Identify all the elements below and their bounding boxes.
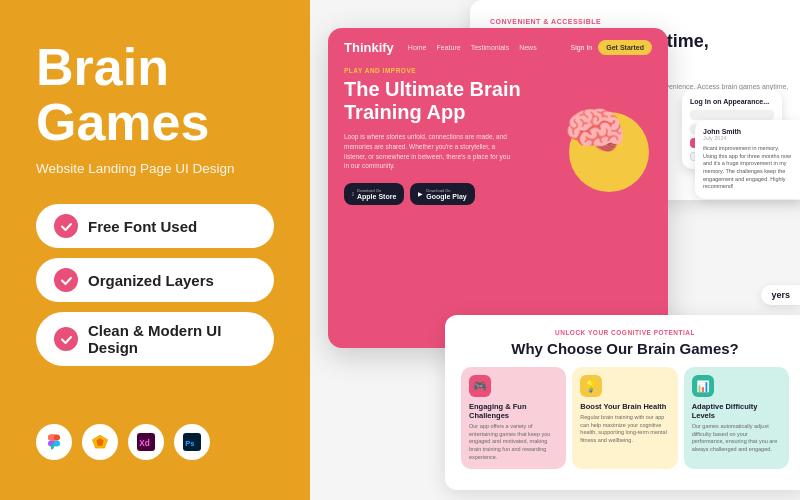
apple-store-button[interactable]:  Download On Apple Store [344, 183, 404, 205]
hero-title: The Ultimate Brain Training App [344, 78, 524, 124]
layers-label: yers [761, 285, 800, 305]
nav-link-testimonials: Testimonials [471, 44, 510, 51]
boost-desc: Regular brain training with our app can … [580, 414, 669, 445]
nav-link-feature: Feature [437, 44, 461, 51]
bcd-cards: 🎮 Engaging & Fun Challenges Our app offe… [461, 367, 789, 469]
feature-item-organized-layers: Organized Layers [36, 258, 274, 302]
google-play-label: Download On Google Play [426, 188, 466, 200]
feature-label-clean-ui: Clean & Modern UI Design [88, 322, 256, 356]
nav-cta-button[interactable]: Get Started [598, 40, 652, 55]
engaging-desc: Our app offers a variety of entertaining… [469, 423, 558, 461]
photoshop-icon: Ps [174, 424, 210, 460]
bcd-card-engaging: 🎮 Engaging & Fun Challenges Our app offe… [461, 367, 566, 469]
svg-text:Ps: Ps [185, 439, 194, 448]
apple-icon:  [352, 191, 354, 197]
tool-icons: Xd Ps [36, 424, 274, 460]
engaging-icon: 🎮 [469, 375, 491, 397]
reviewer-name: John Smith [703, 128, 792, 135]
login-email-field [690, 110, 774, 120]
feature-item-clean-ui: Clean & Modern UI Design [36, 312, 274, 366]
review-text: ificant improvement in memory. Using thi… [703, 145, 792, 191]
feature-item-free-font: Free Font Used [36, 204, 274, 248]
google-play-button[interactable]: ▶ Download On Google Play [410, 183, 474, 205]
bcd-card-adaptive: 📊 Adaptive Difficulty Levels Our games a… [684, 367, 789, 469]
adaptive-desc: Our games automatically adjust difficult… [692, 423, 781, 454]
review-card: John Smith July 2024 ificant improvement… [695, 120, 800, 199]
check-icon-organized-layers [54, 268, 78, 292]
nav-actions: Sign In Get Started [570, 40, 652, 55]
nav-logo: Thinkify [344, 40, 394, 55]
bcd-card-boost: 💡 Boost Your Brain Health Regular brain … [572, 367, 677, 469]
brain-character: 🧠 [564, 107, 654, 197]
check-icon-clean-ui [54, 327, 78, 351]
sketch-icon [82, 424, 118, 460]
adaptive-title: Adaptive Difficulty Levels [692, 402, 781, 420]
main-title: Brain Games [36, 40, 274, 149]
nav-link-news: News [519, 44, 537, 51]
feature-label-organized-layers: Organized Layers [88, 272, 214, 289]
nav-signin: Sign In [570, 44, 592, 51]
brain-emoji: 🧠 [564, 102, 626, 160]
nav-links: Home Feature Testimonials News [408, 44, 537, 51]
nav-link-home: Home [408, 44, 427, 51]
svg-text:Xd: Xd [139, 439, 150, 448]
feature-list: Free Font Used Organized Layers Clean & … [36, 204, 274, 366]
google-play-icon: ▶ [418, 191, 423, 197]
bcd-title: Why Choose Our Brain Games? [461, 340, 789, 357]
bcd-tag: UNLOCK YOUR COGNITIVE POTENTIAL [461, 329, 789, 336]
adaptive-icon: 📊 [692, 375, 714, 397]
feature-label-free-font: Free Font Used [88, 218, 197, 235]
right-panel: CONVENIENT & ACCESSIBLE Train Your Brain… [310, 0, 800, 500]
subtitle: Website Landing Page UI Design [36, 161, 274, 176]
check-icon-free-font [54, 214, 78, 238]
hero-tag: PLAY AND IMPROVE [344, 67, 652, 74]
apple-store-label: Download On Apple Store [357, 188, 396, 200]
review-date: July 2024 [703, 135, 792, 141]
back-card-bottom: UNLOCK YOUR COGNITIVE POTENTIAL Why Choo… [445, 315, 800, 490]
engaging-title: Engaging & Fun Challenges [469, 402, 558, 420]
boost-icon: 💡 [580, 375, 602, 397]
hero-section: PLAY AND IMPROVE The Ultimate Brain Trai… [328, 67, 668, 205]
main-card-nav: Thinkify Home Feature Testimonials News … [328, 28, 668, 67]
hero-desc: Loop is where stories unfold, connection… [344, 132, 514, 171]
login-card-title: Log In on Appearance... [690, 98, 774, 105]
left-panel: Brain Games Website Landing Page UI Desi… [0, 0, 310, 500]
adobe-xd-icon: Xd [128, 424, 164, 460]
figma-icon [36, 424, 72, 460]
main-card: Thinkify Home Feature Testimonials News … [328, 28, 668, 348]
boost-title: Boost Your Brain Health [580, 402, 669, 411]
left-content: Brain Games Website Landing Page UI Desi… [36, 40, 274, 396]
bct-tag: CONVENIENT & ACCESSIBLE [490, 18, 790, 25]
